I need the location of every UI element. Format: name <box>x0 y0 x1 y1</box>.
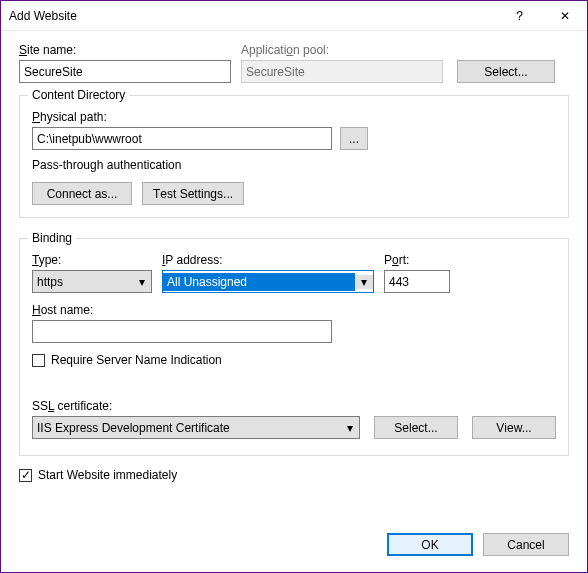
chevron-down-icon: ▾ <box>133 275 151 289</box>
require-sni-label: Require Server Name Indication <box>51 353 222 367</box>
port-label: Port: <box>384 253 454 267</box>
require-sni-checkbox[interactable]: Require Server Name Indication <box>32 353 556 367</box>
close-button[interactable]: ✕ <box>542 1 587 30</box>
content-directory-legend: Content Directory <box>28 88 129 102</box>
physical-path-input[interactable] <box>32 127 332 150</box>
ssl-cert-combo[interactable]: IIS Express Development Certificate ▾ <box>32 416 360 439</box>
titlebar: Add Website ? ✕ <box>1 1 587 31</box>
help-button[interactable]: ? <box>497 1 542 30</box>
site-name-input[interactable] <box>19 60 231 83</box>
site-name-label: Site name: <box>19 43 237 57</box>
binding-group: Binding Type: https ▾ IP address: All Un… <box>19 238 569 456</box>
port-input[interactable] <box>384 270 450 293</box>
ok-button[interactable]: OK <box>387 533 473 556</box>
ip-address-combo[interactable]: All Unassigned ▾ <box>162 270 374 293</box>
host-name-input[interactable] <box>32 320 332 343</box>
start-immediately-checkbox[interactable]: ✓ Start Website immediately <box>19 468 569 482</box>
type-combo[interactable]: https ▾ <box>32 270 152 293</box>
binding-legend: Binding <box>28 231 76 245</box>
ssl-cert-value: IIS Express Development Certificate <box>33 419 341 437</box>
checkbox-icon <box>32 354 45 367</box>
ip-address-label: IP address: <box>162 253 374 267</box>
ssl-view-button[interactable]: View... <box>472 416 556 439</box>
checkbox-icon: ✓ <box>19 469 32 482</box>
browse-path-button[interactable]: ... <box>340 127 368 150</box>
window-title: Add Website <box>9 9 497 23</box>
test-settings-button[interactable]: Test Settings... <box>142 182 244 205</box>
ip-address-value: All Unassigned <box>163 273 355 291</box>
passthrough-label: Pass-through authentication <box>32 158 556 172</box>
physical-path-label: Physical path: <box>32 110 556 124</box>
help-icon: ? <box>516 9 523 23</box>
chevron-down-icon: ▾ <box>355 275 373 289</box>
ssl-cert-label: SSL certificate: <box>32 399 556 413</box>
type-label: Type: <box>32 253 152 267</box>
start-immediately-label: Start Website immediately <box>38 468 177 482</box>
type-value: https <box>33 273 133 291</box>
cancel-button[interactable]: Cancel <box>483 533 569 556</box>
select-app-pool-button[interactable]: Select... <box>457 60 555 83</box>
connect-as-button[interactable]: Connect as... <box>32 182 132 205</box>
ssl-select-button[interactable]: Select... <box>374 416 458 439</box>
chevron-down-icon: ▾ <box>341 421 359 435</box>
app-pool-input <box>241 60 443 83</box>
dialog-footer: OK Cancel <box>1 521 587 572</box>
add-website-dialog: Add Website ? ✕ Site name: Application p… <box>0 0 588 573</box>
ellipsis-icon: ... <box>349 132 359 146</box>
content-area: Site name: Application pool: Select... C… <box>1 31 587 521</box>
close-icon: ✕ <box>560 9 570 23</box>
content-directory-group: Content Directory Physical path: ... Pas… <box>19 95 569 218</box>
app-pool-label: Application pool: <box>241 43 453 57</box>
host-name-label: Host name: <box>32 303 556 317</box>
